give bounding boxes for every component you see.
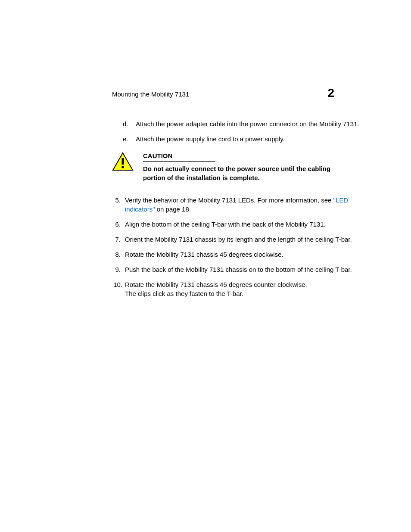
sub-marker: d. — [123, 119, 136, 128]
page-header: Mounting the Mobility 7131 — [112, 90, 361, 98]
sub-item-e: e. Attach the power supply line cord to … — [123, 134, 361, 143]
text-after: on page 18. — [155, 205, 191, 213]
sub-list: d. Attach the power adapter cable into t… — [123, 119, 361, 143]
main-list: 5. Verify the behavior of the Mobility 7… — [112, 196, 361, 298]
svg-point-2 — [121, 166, 124, 168]
chapter-number: 2 — [327, 86, 334, 100]
item-text: Rotate the Mobility 7131 chassis 45 degr… — [125, 250, 361, 259]
item-text: Verify the behavior of the Mobility 7131… — [125, 196, 361, 214]
list-item-10: 10. Rotate the Mobility 7131 chassis 45 … — [112, 280, 361, 298]
caution-icon — [112, 152, 134, 171]
item-text: Align the bottom of the ceiling T-bar wi… — [125, 220, 361, 229]
caution-text: Do not actually connect to the power sou… — [143, 164, 361, 185]
item-text: Orient the Mobility 7131 chassis by its … — [125, 235, 361, 244]
item-marker: 9. — [112, 265, 125, 274]
list-item-5: 5. Verify the behavior of the Mobility 7… — [112, 196, 361, 214]
sub-item-d: d. Attach the power adapter cable into t… — [123, 119, 361, 128]
svg-rect-1 — [122, 158, 124, 165]
sub-item-text: Attach the power supply line cord to a p… — [136, 134, 361, 143]
sub-item-text: Attach the power adapter cable into the … — [136, 119, 361, 128]
sub-marker: e. — [123, 134, 136, 143]
item-marker: 10. — [112, 280, 125, 298]
item-marker: 7. — [112, 235, 125, 244]
list-item-9: 9. Push the back of the Mobility 7131 ch… — [112, 265, 361, 274]
item10-line1: Rotate the Mobility 7131 chassis 45 degr… — [125, 281, 307, 288]
caution-label: CAUTION — [143, 152, 215, 162]
item-marker: 6. — [112, 220, 125, 229]
header-title: Mounting the Mobility 7131 — [112, 90, 189, 98]
item-marker: 8. — [112, 250, 125, 259]
caution-content: CAUTION Do not actually connect to the p… — [143, 152, 361, 185]
caution-block: CAUTION Do not actually connect to the p… — [112, 152, 361, 185]
item-text: Push the back of the Mobility 7131 chass… — [125, 265, 361, 274]
item-text: Rotate the Mobility 7131 chassis 45 degr… — [125, 280, 361, 298]
item10-line2: The clips click as they fasten to the T-… — [125, 290, 243, 297]
text-before: Verify the behavior of the Mobility 7131… — [125, 196, 333, 204]
list-item-6: 6. Align the bottom of the ceiling T-bar… — [112, 220, 361, 229]
item-marker: 5. — [112, 196, 125, 214]
list-item-7: 7. Orient the Mobility 7131 chassis by i… — [112, 235, 361, 244]
list-item-8: 8. Rotate the Mobility 7131 chassis 45 d… — [112, 250, 361, 259]
